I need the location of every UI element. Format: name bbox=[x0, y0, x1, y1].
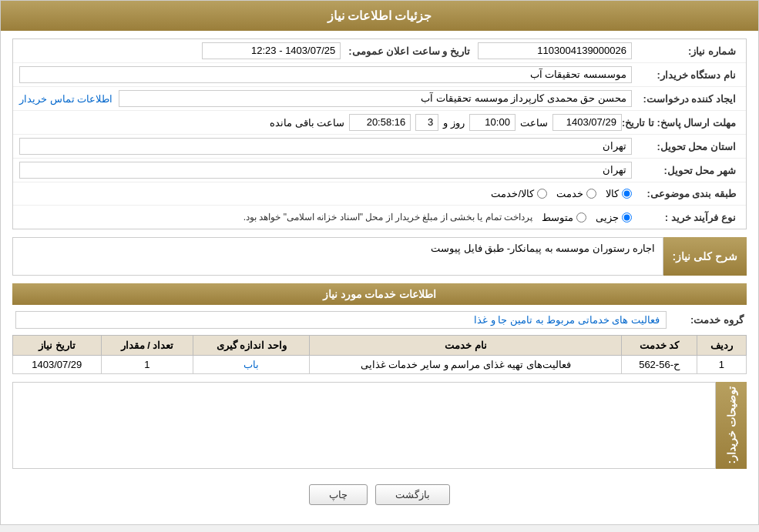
deadline-label: مهلت ارسال پاسخ: تا تاریخ: bbox=[622, 117, 740, 129]
category-kala[interactable]: کالا bbox=[606, 188, 632, 199]
need-number-label: شماره نیاز: bbox=[632, 45, 740, 57]
deadline-time-label: ساعت bbox=[520, 117, 548, 129]
buyer-org-label: نام دستگاه خریدار: bbox=[632, 69, 740, 81]
purchase-type-note: پرداخت تمام یا بخشی از مبلغ خریدار از مح… bbox=[243, 212, 532, 223]
deadline-days-label: روز و bbox=[443, 117, 465, 129]
category-kala-khedmat[interactable]: کالا/خدمت bbox=[491, 188, 547, 199]
print-button[interactable]: چاپ bbox=[309, 484, 368, 505]
city-label: شهر محل تحویل: bbox=[632, 165, 740, 176]
general-desc-label: شرح کلی نیاز: bbox=[663, 237, 747, 276]
province-label: استان محل تحویل: bbox=[632, 141, 740, 152]
footer-buttons: بازگشت چاپ bbox=[12, 477, 747, 517]
table-row: 1 ح-56-562 فعالیت‌های تهیه غذای مراسم و … bbox=[13, 356, 747, 374]
province-value: تهران bbox=[19, 138, 632, 155]
service-group-value: فعالیت های خدماتی مربوط به تامین جا و غذ… bbox=[15, 311, 667, 329]
cell-date: 1403/07/29 bbox=[13, 356, 102, 374]
purchase-motavasset-label: متوسط bbox=[542, 212, 573, 223]
category-label: طبقه بندی موضوعی: bbox=[632, 188, 740, 199]
row-requester: ایجاد کننده درخواست: محسن حق محمدی کارپر… bbox=[13, 87, 746, 111]
requester-label: ایجاد کننده درخواست: bbox=[632, 93, 740, 105]
category-khedmat[interactable]: خدمت bbox=[556, 188, 596, 199]
row-buyer-org: نام دستگاه خریدار: موسسسه تحقیقات آب bbox=[13, 63, 746, 87]
row-city: شهر محل تحویل: تهران bbox=[13, 159, 746, 182]
category-kala-label: کالا bbox=[606, 188, 619, 199]
col-name: نام خدمت bbox=[310, 336, 622, 356]
service-group-label: گروه خدمت: bbox=[667, 314, 744, 326]
row-province: استان محل تحویل: تهران bbox=[13, 135, 746, 159]
general-desc-section: شرح کلی نیاز: اجاره رستوران موسسه به پیم… bbox=[12, 237, 747, 276]
buyer-desc-content bbox=[12, 382, 716, 469]
category-kala-khedmat-radio[interactable] bbox=[537, 189, 547, 199]
service-table: ردیف کد خدمت نام خدمت واحد اندازه گیری ت… bbox=[12, 335, 747, 374]
row-purchase-type: نوع فرآیند خرید : جزیی متوسط پرداخت تمام… bbox=[13, 206, 746, 229]
category-kala-radio[interactable] bbox=[622, 189, 632, 199]
deadline-remaining: 20:58:16 bbox=[349, 114, 411, 131]
category-radio-group: کالا خدمت کالا/خدمت bbox=[19, 188, 632, 199]
col-date: تاریخ نیاز bbox=[13, 336, 102, 356]
category-khedmat-label: خدمت bbox=[556, 188, 583, 199]
col-row: ردیف bbox=[697, 336, 746, 356]
announcement-label: تاریخ و ساعت اعلان عمومی: bbox=[348, 45, 470, 57]
purchase-type-jozi[interactable]: جزیی bbox=[596, 212, 632, 223]
col-code: کد خدمت bbox=[622, 336, 697, 356]
main-content: شماره نیاز: 1103004139000026 تاریخ و ساع… bbox=[1, 31, 758, 524]
need-number-value: 1103004139000026 bbox=[478, 42, 632, 59]
deadline-date: 1403/07/29 bbox=[552, 114, 622, 131]
announcement-value: 1403/07/25 - 12:23 bbox=[202, 42, 341, 59]
row-need-number: شماره نیاز: 1103004139000026 تاریخ و ساع… bbox=[13, 39, 746, 63]
row-category: طبقه بندی موضوعی: کالا خدمت کالا/خدمت bbox=[13, 182, 746, 206]
cell-code: ح-56-562 bbox=[622, 356, 697, 374]
purchase-type-label: نوع فرآیند خرید : bbox=[632, 212, 740, 223]
purchase-jozi-label: جزیی bbox=[596, 212, 619, 223]
purchase-type-motavasset[interactable]: متوسط bbox=[542, 212, 586, 223]
category-khedmat-radio[interactable] bbox=[586, 189, 596, 199]
purchase-motavasset-radio[interactable] bbox=[576, 212, 586, 223]
city-value: تهران bbox=[19, 162, 632, 179]
requester-contact-link[interactable]: اطلاعات تماس خریدار bbox=[19, 93, 113, 105]
general-desc-value: اجاره رستوران موسسه به پیمانکار- طبق فای… bbox=[12, 237, 663, 276]
deadline-days: 3 bbox=[415, 114, 438, 131]
page-header: جزئیات اطلاعات نیاز bbox=[1, 1, 758, 31]
cell-row: 1 bbox=[697, 356, 746, 374]
purchase-jozi-radio[interactable] bbox=[622, 212, 632, 223]
purchase-type-radio-group: جزیی متوسط پرداخت تمام یا بخشی از مبلغ خ… bbox=[19, 212, 632, 223]
deadline-group: 1403/07/29 ساعت 10:00 روز و 3 20:58:16 س… bbox=[19, 114, 622, 131]
col-qty: تعداد / مقدار bbox=[101, 336, 193, 356]
cell-name: فعالیت‌های تهیه غذای مراسم و سایر خدمات … bbox=[310, 356, 622, 374]
service-table-section: ردیف کد خدمت نام خدمت واحد اندازه گیری ت… bbox=[12, 335, 747, 374]
requester-value: محسن حق محمدی کارپرداز موسسه تحقیقات آب bbox=[119, 90, 632, 107]
service-group-row: گروه خدمت: فعالیت های خدماتی مربوط به تا… bbox=[12, 311, 747, 329]
buyer-desc-label: توضیحات خریدار: bbox=[716, 382, 747, 469]
cell-unit[interactable]: باب bbox=[193, 356, 310, 374]
header-title: جزئیات اطلاعات نیاز bbox=[327, 9, 432, 22]
back-button[interactable]: بازگشت bbox=[375, 484, 450, 505]
service-section-title: اطلاعات خدمات مورد نیاز bbox=[12, 283, 747, 305]
cell-qty: 1 bbox=[101, 356, 193, 374]
deadline-remaining-label: ساعت باقی مانده bbox=[270, 117, 344, 129]
col-unit: واحد اندازه گیری bbox=[193, 336, 310, 356]
category-kala-khedmat-label: کالا/خدمت bbox=[491, 188, 534, 199]
buyer-desc-section: توضیحات خریدار: bbox=[12, 382, 747, 469]
buyer-org-value: موسسسه تحقیقات آب bbox=[19, 66, 632, 83]
deadline-time: 10:00 bbox=[469, 114, 516, 131]
page-wrapper: جزئیات اطلاعات نیاز شماره نیاز: 11030041… bbox=[0, 0, 759, 525]
row-deadline: مهلت ارسال پاسخ: تا تاریخ: 1403/07/29 سا… bbox=[13, 111, 746, 135]
main-form-section: شماره نیاز: 1103004139000026 تاریخ و ساع… bbox=[12, 38, 747, 229]
